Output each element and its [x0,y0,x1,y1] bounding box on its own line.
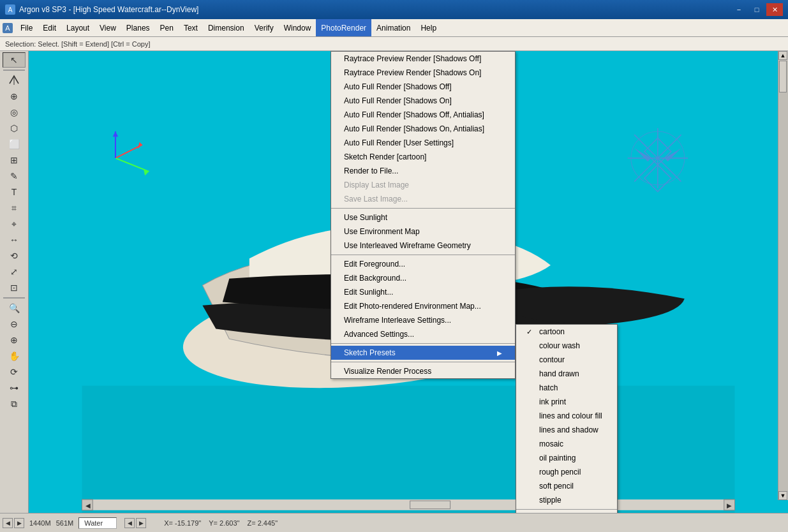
menu-planes[interactable]: Planes [121,19,155,36]
bottom-bar: ◀ ▶ 1440M 561M Water ◀ ▶ X= -15.179" Y= … [0,513,788,532]
view-nav-next[interactable]: ▶ [136,518,146,528]
submenu-rough-pencil[interactable]: rough pencil [516,465,617,479]
tool-15[interactable]: ⊡ [3,280,26,295]
svg-text:◀: ◀ [85,502,91,509]
tool-8[interactable]: ✎ [3,168,26,184]
tool-11[interactable]: ⌖ [3,216,26,232]
dropdown-edit-env-map[interactable]: Edit Photo-rendered Environment Map... [331,299,515,313]
menu-file[interactable]: File [15,19,38,36]
tool-5[interactable]: ⬡ [3,121,26,136]
title-bar-left: A Argon v8 SP3 - [High Speed Watercraft.… [5,4,198,15]
status-bar: Selection: Select. [Shift = Extend] [Ctr… [0,37,788,51]
menu-layout[interactable]: Layout [61,19,94,36]
submenu-soft-pencil[interactable]: soft pencil [516,479,617,493]
nav-next-button[interactable]: ▶ [14,518,24,528]
submenu-cartoon[interactable]: ✓ cartoon [516,325,617,339]
tool-9[interactable]: T [3,184,26,200]
menu-view[interactable]: View [94,19,121,36]
dropdown-use-sunlight[interactable]: Use Sunlight [331,211,515,225]
tool-19[interactable]: ✋ [3,348,26,364]
submenu-oil-painting[interactable]: oil painting [516,451,617,465]
menu-help[interactable]: Help [415,19,442,36]
submenu-lines-colour-fill[interactable]: lines and colour fill [516,409,617,423]
menu-text[interactable]: Text [179,19,203,36]
tool-17[interactable]: ⊖ [3,316,26,332]
dropdown-sketch-cartoon[interactable]: Sketch Render [cartoon] [331,150,515,164]
tool-6[interactable]: ⬜ [3,137,26,152]
menu-verify[interactable]: Verify [249,19,279,36]
close-button[interactable]: ✕ [766,3,783,16]
dropdown-raytrace-on[interactable]: Raytrace Preview Render [Shadows On] [331,66,515,80]
x-coord: X= -15.179" [164,519,201,527]
dropdown-wireframe-settings[interactable]: Wireframe Interleave Settings... [331,313,515,327]
menu-dimension[interactable]: Dimension [203,19,249,36]
tool-2[interactable] [3,73,26,88]
dropdown-edit-foreground[interactable]: Edit Foreground... [331,257,515,271]
menu-edit[interactable]: Edit [38,19,61,36]
menu-pen[interactable]: Pen [155,19,179,36]
tool-10[interactable]: ⌗ [3,200,26,216]
dropdown-auto-antialias-on[interactable]: Auto Full Render [Shadows On, Antialias] [331,122,515,136]
view-nav-prev[interactable]: ◀ [124,518,135,528]
submenu-lines-shadow[interactable]: lines and shadow [516,423,617,437]
dropdown-edit-sunlight[interactable]: Edit Sunlight... [331,285,515,299]
submenu-hand-drawn[interactable]: hand drawn [516,367,617,381]
main-area: ↖ ⊕ ◎ ⬡ ⬜ ⊞ ✎ T ⌗ ⌖ ↔ ⟲ ⤢ ⊡ 🔍 ⊖ ⊕ ✋ ⟳ ⊶ … [0,51,788,513]
tool-14[interactable]: ⤢ [3,264,26,279]
menu-window[interactable]: Window [279,19,316,36]
scroll-thumb[interactable] [779,61,787,92]
tool-4[interactable]: ◎ [3,105,26,120]
tool-18[interactable]: ⊕ [3,332,26,348]
submenu-label-lines-colour-fill: lines and colour fill [539,411,602,420]
select-tool[interactable]: ↖ [3,52,26,68]
dropdown-use-interleaved[interactable]: Use Interleaved Wireframe Geometry [331,239,515,253]
submenu-sep [516,509,617,510]
scroll-up-button[interactable]: ▲ [778,51,787,60]
dropdown-auto-shadows-on[interactable]: Auto Full Render [Shadows On] [331,94,515,108]
nav-prev-button[interactable]: ◀ [3,518,13,528]
dropdown-auto-user[interactable]: Auto Full Render [User Settings] [331,136,515,150]
tool-7[interactable]: ⊞ [3,152,26,168]
tool-20[interactable]: ⟳ [3,364,26,380]
menu-bar-icon: A [3,23,13,33]
dropdown-render-to-file[interactable]: Render to File... [331,164,515,178]
submenu-settings[interactable]: Settings... [516,512,617,513]
dropdown-advanced-settings[interactable]: Advanced Settings... [331,327,515,341]
coord-display: X= -15.179" Y= 2.603" Z= 2.445" [164,519,278,527]
submenu-ink-print[interactable]: ink print [516,395,617,409]
restore-button[interactable]: □ [748,3,765,16]
submenu-label-colour-wash: colour wash [539,341,580,350]
submenu-stipple[interactable]: stipple [516,493,617,507]
dropdown-edit-background[interactable]: Edit Background... [331,271,515,285]
dropdown-auto-antialias-off[interactable]: Auto Full Render [Shadows Off, Antialias… [331,108,515,122]
tool-13[interactable]: ⟲ [3,248,26,263]
submenu-contour[interactable]: contour [516,353,617,367]
sketch-presets-submenu[interactable]: ✓ cartoon colour wash contour hand drawn [516,324,618,513]
submenu-label-hand-drawn: hand drawn [539,369,579,378]
menu-animation[interactable]: Animation [371,19,415,36]
tool-12[interactable]: ↔ [3,232,26,248]
view-name-display: Water [78,517,117,529]
scroll-track [778,61,788,492]
photorender-dropdown[interactable]: Raytrace Preview Render [Shadows Off] Ra… [331,51,516,379]
tool-22[interactable]: ⧉ [3,396,26,411]
canvas-area[interactable]: SO ◀ ▶ Raytrace Preview Render [Shadows … [29,51,788,513]
dropdown-use-env-map[interactable]: Use Environment Map [331,225,515,239]
dropdown-auto-shadows-off[interactable]: Auto Full Render [Shadows Off] [331,80,515,94]
submenu-colour-wash[interactable]: colour wash [516,339,617,353]
tool-3[interactable]: ⊕ [3,89,26,104]
dropdown-visualize[interactable]: Visualize Render Process [331,364,515,378]
right-scrollbar[interactable]: ▲ ▼ [778,51,788,500]
svg-text:▶: ▶ [727,502,732,509]
dropdown-raytrace-off[interactable]: Raytrace Preview Render [Shadows Off] [331,52,515,66]
submenu-mosaic[interactable]: mosaic [516,437,617,451]
submenu-label-rough-pencil: rough pencil [539,468,581,477]
dropdown-sketch-presets[interactable]: Sketch Presets ▶ [331,346,515,360]
submenu-hatch[interactable]: hatch [516,381,617,395]
scroll-down-button[interactable]: ▼ [778,491,787,500]
tool-16[interactable]: 🔍 [3,300,26,316]
menu-photorender[interactable]: PhotoRender [316,19,371,36]
tool-21[interactable]: ⊶ [3,380,26,395]
minimize-button[interactable]: − [731,3,747,16]
submenu-label-stipple: stipple [539,496,561,505]
